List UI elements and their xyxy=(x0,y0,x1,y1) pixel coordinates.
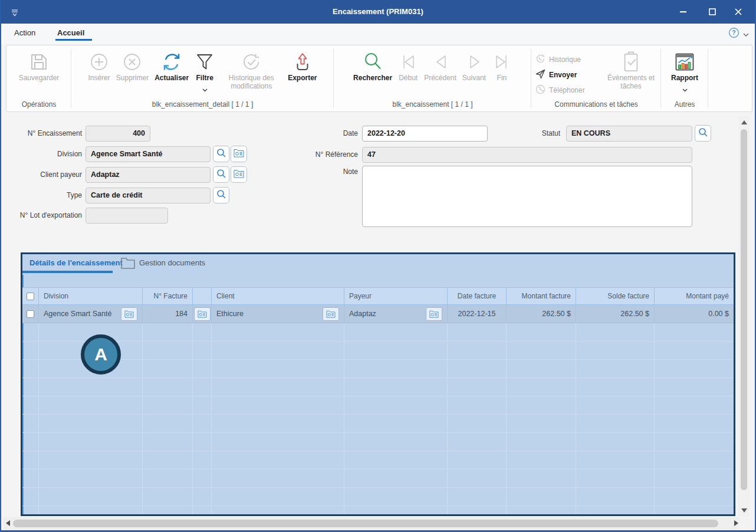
reference-field[interactable]: 47 xyxy=(362,147,692,163)
menu-tab-action[interactable]: Action xyxy=(14,24,35,44)
previous-record-button[interactable]: Précédent xyxy=(422,49,459,83)
vertical-scrollbar-thumb[interactable] xyxy=(741,129,747,490)
skip-start-icon xyxy=(398,50,418,74)
refresh-icon xyxy=(161,50,182,74)
delete-icon xyxy=(122,50,142,74)
title-bar: Encaissement (PRIM031) xyxy=(1,0,755,24)
row-checkbox[interactable] xyxy=(27,310,34,318)
detail-tabstrip: Détails de l'encaissement Gestion docume… xyxy=(22,254,734,275)
lot-exportation-field[interactable] xyxy=(86,208,168,224)
close-button[interactable] xyxy=(725,0,751,24)
report-chart-icon xyxy=(674,50,695,74)
ribbon-collapse-chevron-icon[interactable] xyxy=(743,29,749,40)
scroll-right-arrow-icon[interactable] xyxy=(734,520,738,526)
next-record-button[interactable]: Suivant xyxy=(460,49,488,83)
cell-payeur: Adaptaz xyxy=(349,310,376,318)
scroll-down-arrow-icon[interactable] xyxy=(741,508,747,513)
minimize-button[interactable] xyxy=(670,0,696,24)
division-lookup-button[interactable] xyxy=(213,146,229,162)
filter-button[interactable]: Filtre xyxy=(192,49,217,95)
last-record-button[interactable]: Fin xyxy=(489,49,514,83)
header-solde-facture[interactable]: Solde facture xyxy=(576,288,655,304)
filter-icon xyxy=(195,50,215,74)
division-field[interactable]: Agence Smart Santé xyxy=(86,146,211,162)
next-icon xyxy=(464,50,484,74)
ribbon-group-communications: Historique Envoyer Téléphoner xyxy=(531,45,661,111)
type-field[interactable]: Carte de crédit xyxy=(86,188,211,203)
ribbon-group-autres: Rapport Autres xyxy=(661,45,708,111)
horizontal-scrollbar[interactable] xyxy=(3,517,741,530)
group-caption-autres: Autres xyxy=(661,98,708,111)
client-payeur-field[interactable]: Adaptaz xyxy=(86,167,211,183)
scroll-left-arrow-icon[interactable] xyxy=(6,520,10,526)
reference-label: N° Référence xyxy=(284,147,358,163)
group-caption-communications: Communications et tâches xyxy=(531,98,661,111)
menu-bar: Action Accueil xyxy=(1,24,755,44)
ribbon-group-encaissement-detail: Insérer Supprimer Actualiser xyxy=(71,45,334,111)
modification-history-button[interactable]: Historique des modifications xyxy=(218,49,284,91)
scroll-up-arrow-icon[interactable] xyxy=(741,120,747,124)
division-open-button[interactable] xyxy=(231,146,247,162)
help-icon[interactable]: ? xyxy=(728,27,739,41)
client-payeur-lookup-button[interactable] xyxy=(213,166,229,183)
client-open-record-button[interactable] xyxy=(323,307,339,321)
call-history-button[interactable]: Historique xyxy=(532,54,601,65)
statut-lookup-button[interactable] xyxy=(695,125,711,142)
magnifier-icon xyxy=(698,127,708,140)
tab-details-encaissement[interactable]: Détails de l'encaissement xyxy=(29,258,123,267)
note-label: Note xyxy=(308,166,358,178)
folder-search-icon xyxy=(234,148,244,160)
no-encaissement-field[interactable]: 400 xyxy=(86,126,150,142)
save-button[interactable]: Sauvegarder xyxy=(17,49,62,83)
date-field[interactable]: 2022-12-20 xyxy=(362,126,488,142)
header-no-facture[interactable]: N° Facture xyxy=(143,288,193,304)
ribbon-group-encaissement: Rechercher Début Précédent xyxy=(334,45,531,111)
no-encaissement-label: N° Encaissement xyxy=(1,126,82,142)
annotation-marker-a: A xyxy=(81,334,121,375)
header-division[interactable]: Division xyxy=(39,288,143,304)
insert-button[interactable]: Insérer xyxy=(86,49,112,83)
select-all-checkbox[interactable] xyxy=(27,293,34,300)
delete-button[interactable]: Supprimer xyxy=(114,49,151,83)
window-title: Encaissement (PRIM031) xyxy=(1,0,755,24)
phone-icon xyxy=(535,84,545,96)
refresh-button[interactable]: Actualiser xyxy=(152,49,191,83)
phone-button[interactable]: Téléphoner xyxy=(532,84,601,96)
empty-grid-rows xyxy=(22,323,734,514)
call-history-icon xyxy=(535,54,545,65)
export-button[interactable]: Exporter xyxy=(285,49,319,83)
type-lookup-button[interactable] xyxy=(213,187,229,203)
events-tasks-button[interactable]: Évènements et tâches xyxy=(601,49,660,91)
client-payeur-open-button[interactable] xyxy=(231,166,247,183)
group-caption-operations: Opérations xyxy=(6,98,71,111)
header-payeur[interactable]: Payeur xyxy=(344,288,448,304)
search-button[interactable]: Rechercher xyxy=(351,49,395,83)
table-row[interactable]: Agence Smart Santé 184 Ethicure Adaptaz … xyxy=(22,305,734,323)
tab-gestion-documents[interactable]: Gestion documents xyxy=(139,258,205,267)
header-client[interactable]: Client xyxy=(212,288,344,304)
report-button[interactable]: Rapport xyxy=(669,49,701,95)
payeur-open-record-button[interactable] xyxy=(426,307,442,321)
header-icon-column xyxy=(193,288,212,304)
header-date-facture[interactable]: Date facture xyxy=(448,288,507,304)
client-payeur-label: Client payeur xyxy=(1,167,82,183)
maximize-button[interactable] xyxy=(699,0,725,24)
ribbon-group-operations: Sauvegarder Opérations xyxy=(6,45,71,111)
save-icon xyxy=(29,50,49,74)
scrollbar-corner xyxy=(739,517,755,530)
horizontal-scrollbar-thumb[interactable] xyxy=(13,520,718,527)
send-button[interactable]: Envoyer xyxy=(532,69,601,81)
statut-field[interactable]: EN COURS xyxy=(566,126,692,142)
history-check-icon xyxy=(241,50,261,74)
note-field[interactable] xyxy=(362,166,692,227)
vertical-scrollbar[interactable] xyxy=(738,116,750,517)
division-open-record-button[interactable] xyxy=(121,307,137,321)
header-montant-facture[interactable]: Montant facture xyxy=(507,288,576,304)
header-montant-paye[interactable]: Montant payé xyxy=(655,288,734,304)
division-label: Division xyxy=(1,146,82,162)
folder-search-icon xyxy=(234,169,244,180)
facture-open-record-button[interactable] xyxy=(194,307,211,321)
cell-montant-paye: 0.00 $ xyxy=(655,305,734,323)
first-record-button[interactable]: Début xyxy=(396,49,420,83)
magnifier-icon xyxy=(216,189,226,202)
